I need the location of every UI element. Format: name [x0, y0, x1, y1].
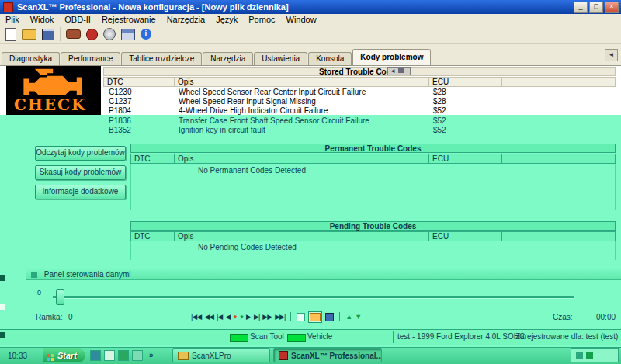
clear-codes-button[interactable]: Skasuj kody problemów: [35, 165, 126, 180]
save-log-icon[interactable]: [325, 313, 334, 321]
quicklaunch-icon-2[interactable]: [104, 350, 115, 361]
quicklaunch-icon-3[interactable]: [118, 350, 129, 361]
skip-start-icon[interactable]: |◀◀: [191, 313, 201, 321]
gauges-icon[interactable]: [103, 28, 116, 40]
record-icon[interactable]: ●: [233, 313, 236, 321]
menu-widok[interactable]: Widok: [25, 14, 60, 25]
panel-grip-icon: [31, 272, 37, 278]
dtc-cell: C1237: [109, 97, 131, 106]
taskbar-button-label: ScanXLPro: [192, 352, 231, 360]
step-back-icon[interactable]: |◀: [217, 313, 222, 321]
tab-scroll-left-button[interactable]: ◄: [605, 49, 618, 61]
tab-ustawienia[interactable]: Ustawienia: [254, 52, 307, 65]
scan-icon[interactable]: [86, 29, 98, 40]
quicklaunch-more-chevron[interactable]: »: [149, 351, 154, 359]
transport-controls: |◀◀ ◀◀ |◀ ◀ ● ● ▶ ▶| ▶▶ ▶▶| ▲ ▼: [191, 310, 361, 323]
close-button[interactable]: ×: [605, 2, 619, 13]
desktop-icon-sliver: [0, 332, 5, 338]
opis-cell: 4-Wheel Drive High Indicator Circuit Fai…: [179, 106, 328, 116]
tray-icon-2[interactable]: [586, 352, 593, 359]
tray-icon-1[interactable]: [576, 352, 583, 359]
open-file-icon[interactable]: [22, 29, 36, 40]
vehicle-label: Vehicle: [307, 332, 332, 341]
save-icon[interactable]: [42, 29, 54, 40]
registered-to: Zarejestrowane dla: test (test): [515, 332, 618, 341]
time-label: Czas:: [553, 313, 573, 321]
stop-icon[interactable]: ●: [240, 313, 243, 321]
start-button[interactable]: Start: [43, 348, 85, 362]
info-icon[interactable]: i: [141, 29, 151, 40]
additional-info-button[interactable]: Informacje dodatkowe: [35, 185, 126, 199]
playback-slider-thumb[interactable]: [56, 289, 64, 305]
start-label: Start: [57, 351, 77, 360]
pending-codes-header: Pending Trouble Codes: [130, 221, 616, 231]
minimize-button[interactable]: _: [574, 2, 588, 13]
step-forward-icon[interactable]: ▶|: [254, 313, 259, 321]
menu-narzedzia[interactable]: Narzędzia: [161, 14, 211, 25]
open-log-selected[interactable]: [308, 311, 322, 323]
dtc-cell: P1836: [109, 116, 131, 126]
new-log-icon[interactable]: [297, 313, 305, 321]
play-reverse-icon[interactable]: ◀: [225, 313, 230, 321]
quicklaunch-icon-4[interactable]: [132, 350, 143, 361]
fast-rewind-icon[interactable]: ◀◀: [204, 313, 213, 321]
pending-col-dtc[interactable]: DTC: [130, 231, 175, 241]
new-file-icon[interactable]: [5, 28, 16, 41]
menu-plik[interactable]: Plik: [0, 14, 25, 25]
permanent-col-ecu[interactable]: ECU: [428, 154, 502, 164]
taskbar-clock: 10:33: [8, 352, 27, 360]
playback-slider-track[interactable]: [53, 296, 574, 299]
stored-col-opis[interactable]: Opis: [174, 77, 429, 87]
upload-icon[interactable]: ▲: [345, 313, 352, 321]
quicklaunch-icon-1[interactable]: [90, 350, 101, 361]
menu-window[interactable]: Window: [281, 14, 322, 25]
tab-performance[interactable]: Performance: [61, 52, 120, 65]
download-icon[interactable]: ▼: [355, 313, 361, 321]
stored-col-dtc[interactable]: DTC: [103, 77, 175, 87]
dtc-cell: C1230: [109, 88, 131, 97]
play-icon[interactable]: ▶: [246, 313, 251, 321]
permanent-col-blank[interactable]: [501, 154, 616, 164]
time-value: 00:00: [596, 313, 616, 321]
dashboard-icon[interactable]: [121, 29, 135, 40]
maximize-button[interactable]: □: [589, 2, 603, 13]
scanxl-app-icon: [279, 351, 288, 360]
ecu-cell: $28: [433, 97, 446, 106]
stored-col-ecu[interactable]: ECU: [428, 77, 502, 87]
menu-obd2[interactable]: OBD-II: [59, 14, 96, 25]
stored-codes-header: Stored Trouble Codes: [103, 67, 616, 76]
tab-tablice-rozdzielcze[interactable]: Tablice rozdzielcze: [121, 52, 202, 65]
taskbar-button-scanxl[interactable]: ScanXL™ Professional...: [273, 348, 382, 362]
tab-diagnostyka[interactable]: Diagnostyka: [2, 52, 60, 65]
tab-kody-problemow[interactable]: Kody problemów: [352, 49, 431, 65]
menu-pomoc[interactable]: Pomoc: [243, 14, 280, 25]
artifact-block: [398, 68, 404, 73]
check-engine-label: CHECK: [14, 95, 86, 114]
pending-col-ecu[interactable]: ECU: [428, 231, 502, 241]
pending-col-blank[interactable]: [501, 231, 616, 241]
windows-flag-icon: [47, 354, 50, 357]
transport-separator: [339, 312, 340, 321]
tab-narzedzia[interactable]: Narzędzia: [203, 52, 253, 65]
menu-rejestrowanie[interactable]: Rejestrowanie: [96, 14, 161, 25]
check-engine-icon: [16, 68, 93, 95]
ui-artifact: ◄: [387, 67, 411, 75]
pending-col-opis[interactable]: Opis: [174, 231, 429, 241]
desktop-icon-sliver: [0, 304, 5, 310]
permanent-col-opis[interactable]: Opis: [174, 154, 429, 164]
connect-icon[interactable]: [66, 29, 81, 39]
dtc-cell: P1804: [109, 106, 131, 116]
title-bar[interactable]: ScanXL™ Professional - Nowa konfiguracja…: [0, 0, 621, 14]
skip-end-icon[interactable]: ▶▶|: [275, 313, 285, 321]
menu-jezyk[interactable]: Język: [210, 14, 243, 25]
read-codes-button[interactable]: Odczytaj kody problemów: [35, 146, 126, 161]
toolbar-separator: [60, 27, 61, 41]
fast-forward-icon[interactable]: ▶▶: [262, 313, 272, 321]
transport-separator: [290, 312, 291, 321]
permanent-col-dtc[interactable]: DTC: [130, 154, 175, 164]
scan-tool-led: [230, 334, 248, 342]
stored-col-blank[interactable]: [501, 77, 616, 87]
taskbar-button-scanxlpro[interactable]: ScanXLPro: [172, 348, 270, 362]
system-tray: [571, 348, 619, 362]
tab-konsola[interactable]: Konsola: [308, 52, 352, 65]
